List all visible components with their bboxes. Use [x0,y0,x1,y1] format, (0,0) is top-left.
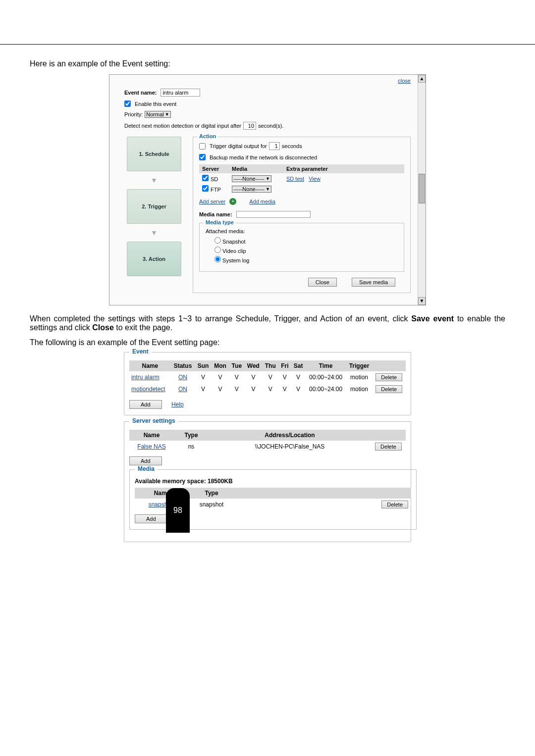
hdr-media: Media [229,164,283,173]
snapshot-radio[interactable] [214,237,221,244]
trigger-do-after: seconds [282,143,302,149]
ftp-label: FTP [211,187,221,193]
event-hdr-6: Thu [262,360,278,371]
media-type-legend: Media type [204,219,236,225]
event-day-0-5: V [278,371,291,383]
chevron-down-icon: ▼ [266,176,270,181]
event-add-button[interactable]: Add [129,400,162,409]
system-log-radio-row[interactable]: System log [214,256,398,263]
system-log-radio[interactable] [214,256,221,262]
event-hdr-4: Tue [229,360,244,371]
event-hdr-3: Mon [212,360,229,371]
media-name-field[interactable] [236,211,311,218]
event-hdr-5: Wed [244,360,262,371]
server-type-cell: ns [174,441,209,453]
para1-part3: to exit the page. [116,323,172,332]
event-group: Event NameStatusSunMonTueWedThuFriSatTim… [124,352,411,415]
srv-hdr-blank [371,430,406,441]
event-trigger-1: motion [346,383,372,395]
add-media-link[interactable]: Add media [249,199,275,204]
video-clip-radio[interactable] [214,247,221,253]
detect-interval-field[interactable]: 10 [243,122,256,130]
event-hdr-1: Status [171,360,195,371]
video-clip-radio-row[interactable]: Video clip [214,247,398,254]
event-day-1-2: V [229,383,244,395]
srv-hdr-type: Type [174,430,209,441]
ftp-checkbox[interactable] [202,185,209,192]
media-delete-button[interactable]: Delete [381,501,408,508]
save-event-bold: Save event [411,314,454,323]
event-time-1: 00:00~24:00 [306,383,346,395]
snapshot-radio-row[interactable]: Snapshot [214,237,398,245]
video-clip-label: Video clip [222,248,246,254]
close-button[interactable]: Close [308,278,337,287]
wizard-step-schedule[interactable]: 1. Schedule [127,137,181,171]
scroll-up-arrow-icon[interactable]: ▲ [418,75,426,83]
event-day-1-3: V [244,383,262,395]
event-hdr-9: Time [306,360,346,371]
wizard-step-action[interactable]: 3. Action [127,242,181,276]
save-media-button[interactable]: Save media [352,278,395,287]
close-link[interactable]: close [398,78,411,84]
scroll-down-arrow-icon[interactable]: ▼ [418,297,426,305]
add-server-link[interactable]: Add server [199,199,225,204]
hdr-extra: Extra parameter [283,164,404,173]
server-settings-group: Server settings Name Type Address/Locati… [124,421,411,542]
sd-label: SD [211,176,218,182]
sd-media-value: -----None----- [233,176,265,182]
sd-checkbox[interactable] [202,175,209,181]
scroll-thumb[interactable] [419,174,425,203]
backup-label: Backup media if the network is disconnec… [210,154,317,160]
media-hdr-type: Type [189,488,234,499]
ftp-media-select[interactable]: -----None----- ▼ [232,186,271,193]
page-number-tab: 98 [166,488,190,533]
event-hdr-10: Trigger [346,360,372,371]
event-day-0-3: V [244,371,262,383]
enable-event-checkbox[interactable] [124,101,131,107]
backup-checkbox[interactable] [199,154,206,160]
event-status-1[interactable]: ON [171,383,195,395]
event-name-1[interactable]: motiondetect [129,383,171,395]
priority-value: Normal [146,111,163,117]
event-day-0-0: V [195,371,211,383]
event-name-field[interactable]: intru alarm [160,89,200,97]
event-name-label: Event name: [124,90,157,96]
instruction-paragraph: When completed the settings with steps 1… [30,314,505,332]
priority-label: Priority: [124,111,143,117]
system-log-label: System log [222,257,249,263]
event-name-0[interactable]: intru alarm [129,371,171,383]
example-label: The following is an example of the Event… [30,338,505,347]
detect-label-after: second(s). [258,123,283,129]
trigger-do-field[interactable]: 1 [269,142,280,150]
enable-event-label: Enable this event [135,101,176,107]
action-legend: Action [197,133,218,139]
view-link[interactable]: View [309,176,321,182]
media-type-cell: snapshot [189,499,234,510]
event-help-link[interactable]: Help [171,401,184,408]
event-delete-button-1[interactable]: Delete [375,385,402,393]
event-day-1-4: V [262,383,278,395]
event-day-1-0: V [195,383,211,395]
trigger-do-before: Trigger digital output for [210,143,267,149]
event-delete-button-0[interactable]: Delete [375,373,402,381]
server-addr-cell: \\JOCHEN-PC\False_NAS [209,441,371,453]
close-bold: Close [92,323,114,332]
plus-icon: + [229,198,236,205]
event-hdr-2: Sun [195,360,211,371]
wizard-step-trigger[interactable]: 2. Trigger [127,189,181,224]
server-delete-button[interactable]: Delete [375,443,402,451]
intro-text: Here is an example of the Event setting: [30,59,525,68]
media-add-button[interactable]: Add [135,514,167,523]
sd-media-select[interactable]: -----None----- ▼ [232,175,271,182]
event-hdr-8: Sat [291,360,306,371]
para1-part1: When completed the settings with steps 1… [30,314,408,323]
trigger-do-checkbox[interactable] [199,143,206,150]
vertical-scrollbar[interactable]: ▲ ▼ [418,75,426,305]
server-add-button[interactable]: Add [129,456,162,465]
server-name-link[interactable]: False NAS [137,443,165,450]
event-hdr-7: Fri [278,360,291,371]
priority-select[interactable]: Normal ▼ [145,111,170,118]
event-status-0[interactable]: ON [171,371,195,383]
chevron-down-icon: ▼ [266,187,270,192]
sd-test-link[interactable]: SD test [286,176,304,182]
